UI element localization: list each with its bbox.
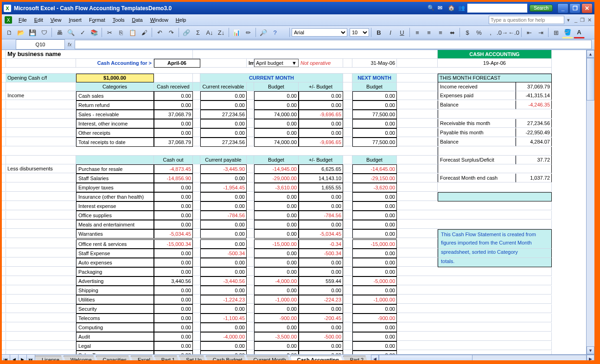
decrease-decimal-icon[interactable]: ←.0 <box>508 27 519 38</box>
tab-first-icon[interactable]: ⏮ <box>2 355 10 360</box>
sheet-tab-capacities[interactable]: Capacities <box>96 356 131 360</box>
tab-prev-icon[interactable]: ◀ <box>10 355 19 360</box>
comma-icon[interactable]: , <box>485 27 496 38</box>
forecast-label: Forecast Surplus/Deficit <box>438 156 516 164</box>
maximize-button[interactable]: ❐ <box>569 3 581 13</box>
binoculars-icon[interactable]: 🔍 <box>428 5 435 12</box>
increase-decimal-icon[interactable]: .0→ <box>497 27 508 38</box>
merge-center-icon[interactable]: ⬌ <box>447 27 458 38</box>
sheet-tab-cash-budget[interactable]: Cash Budget <box>206 356 247 360</box>
sheet-tab-license[interactable]: License <box>35 356 64 360</box>
italic-icon[interactable]: I <box>385 27 396 38</box>
horizontal-scrollbar[interactable]: ◀ ▶ <box>371 355 594 360</box>
h-scroll-thumb[interactable] <box>379 355 472 360</box>
decrease-indent-icon[interactable]: ⇤ <box>523 27 535 38</box>
formula-bar[interactable] <box>75 40 592 49</box>
sheet-tab-part-2[interactable]: Part 2 <box>343 356 368 360</box>
currency-icon[interactable]: $ <box>462 27 473 38</box>
spelling-icon[interactable]: ✓ <box>77 27 88 38</box>
sort-asc-icon[interactable]: A↓ <box>204 27 215 38</box>
redo-icon[interactable]: ↷ <box>166 27 177 38</box>
community-icon[interactable]: 👥 <box>458 5 466 12</box>
align-left-icon[interactable]: ≡ <box>412 27 423 38</box>
help-icon[interactable]: ? <box>269 27 281 38</box>
align-right-icon[interactable]: ≡ <box>435 27 446 38</box>
minimize-button[interactable]: _ <box>557 3 568 13</box>
print-preview-icon[interactable]: 🔍 <box>65 27 77 38</box>
name-box[interactable] <box>16 39 65 50</box>
scroll-left-icon[interactable]: ◀ <box>371 355 379 360</box>
home-icon[interactable]: 🏠 <box>448 5 455 12</box>
zoom-icon[interactable]: 🔎 <box>258 27 269 38</box>
menu-help[interactable]: Help <box>172 16 190 24</box>
sheet-tab-excel[interactable]: Excel <box>131 356 155 360</box>
period-value[interactable]: April-06 <box>154 59 200 68</box>
copy-icon[interactable]: ⎘ <box>115 27 127 38</box>
open-icon[interactable]: 📂 <box>15 27 26 38</box>
font-size-select[interactable]: 10 <box>350 28 369 37</box>
fx-icon[interactable]: fx <box>68 42 72 47</box>
income-section-label <box>6 138 76 146</box>
borders-icon[interactable]: ⊞ <box>550 27 562 38</box>
opening-cash-value[interactable]: $1,000.00 <box>76 74 154 82</box>
hyperlink-icon[interactable]: 🔗 <box>181 27 192 38</box>
doc-restore-icon[interactable]: ❐ <box>580 17 585 23</box>
sheet-tab-current-month[interactable]: Current Month <box>246 356 290 360</box>
doc-close-icon[interactable]: ✕ <box>587 17 592 23</box>
menu-file[interactable]: File <box>15 16 31 24</box>
menu-window[interactable]: Window <box>147 16 172 24</box>
menu-insert[interactable]: Insert <box>65 16 85 24</box>
row-category: Utilities <box>76 295 154 304</box>
mail-icon[interactable]: ✉ <box>438 5 445 12</box>
doc-minimize-icon[interactable]: _ <box>574 17 577 23</box>
sheet-tab-welcome[interactable]: Welcome <box>64 356 96 360</box>
tab-next-icon[interactable]: ▶ <box>19 355 27 360</box>
undo-icon[interactable]: ↶ <box>154 27 165 38</box>
bold-icon[interactable]: B <box>373 27 384 38</box>
scroll-up-icon[interactable]: ▲ <box>587 50 594 58</box>
sheet-tab-cash-accounting[interactable]: Cash Accounting <box>290 356 344 360</box>
menu-format[interactable]: Format <box>85 16 109 24</box>
chart-wizard-icon[interactable]: 📊 <box>231 27 242 38</box>
save-icon[interactable]: 💾 <box>27 27 38 38</box>
menu-view[interactable]: View <box>47 16 65 24</box>
sort-desc-icon[interactable]: Z↓ <box>216 27 227 38</box>
title-search-input[interactable] <box>467 3 528 13</box>
sheet-tab-part-1[interactable]: Part 1 <box>154 356 179 360</box>
worksheet-grid[interactable]: My business nameCASH ACCOUNTINGCash Acco… <box>2 50 586 354</box>
close-button[interactable]: ✕ <box>581 3 593 13</box>
underline-icon[interactable]: U <box>396 27 408 38</box>
scroll-right-icon[interactable]: ▶ <box>587 355 594 360</box>
new-icon[interactable]: 🗋 <box>4 27 15 38</box>
permission-icon[interactable]: 🛡 <box>38 27 50 38</box>
forecast-value: 1,037.72 <box>516 174 552 182</box>
search-button[interactable]: Search <box>530 5 553 12</box>
menu-edit[interactable]: Edit <box>31 16 47 24</box>
font-color-icon[interactable]: A <box>574 26 585 38</box>
research-icon[interactable]: 📚 <box>89 27 100 38</box>
font-name-select[interactable]: Arial <box>292 28 347 37</box>
tab-last-icon[interactable]: ⏭ <box>27 355 35 360</box>
paste-icon[interactable]: 📋 <box>127 27 138 38</box>
drawing-icon[interactable]: ✏ <box>243 27 254 38</box>
print-icon[interactable]: 🖶 <box>54 27 65 38</box>
row-category: Insurance (other than health) <box>76 192 154 201</box>
business-name: My business name <box>6 50 193 59</box>
menu-tools[interactable]: Tools <box>109 16 128 24</box>
format-painter-icon[interactable]: 🖌 <box>139 27 150 38</box>
cut-icon[interactable]: ✂ <box>104 27 115 38</box>
import-select[interactable]: April budget▼ <box>254 59 299 67</box>
row-category: Legal <box>76 341 154 351</box>
increase-indent-icon[interactable]: ⇥ <box>535 27 546 38</box>
percent-icon[interactable]: % <box>473 27 485 38</box>
sheet-tab-set-up[interactable]: Set Up <box>179 356 206 360</box>
vertical-scrollbar[interactable]: ▲ ▼ <box>586 50 594 354</box>
align-center-icon[interactable]: ≡ <box>423 27 434 38</box>
workbook-icon[interactable]: X <box>5 16 12 24</box>
scroll-down-icon[interactable]: ▼ <box>587 346 594 354</box>
v-scroll-thumb[interactable] <box>587 58 594 100</box>
fill-color-icon[interactable]: 🪣 <box>562 26 573 38</box>
menu-data[interactable]: Data <box>128 16 146 24</box>
help-search[interactable] <box>489 16 564 24</box>
autosum-icon[interactable]: Σ <box>192 27 204 38</box>
